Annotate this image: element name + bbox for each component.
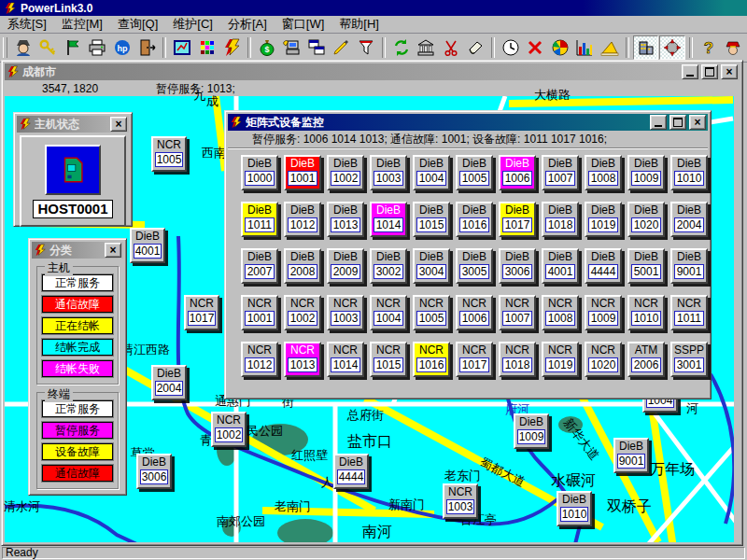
matrix-device-DieB-2004[interactable]: DieB2004 xyxy=(670,202,708,237)
host-close-button[interactable] xyxy=(110,117,127,132)
matrix-device-DieB-1011[interactable]: DieB1011 xyxy=(241,202,278,237)
map-device-DieB-3006[interactable]: DieB3006 xyxy=(136,454,172,489)
matrix-device-DieB-1015[interactable]: DieB1015 xyxy=(413,202,450,237)
menu-item-1[interactable]: 系统[S] xyxy=(0,15,54,34)
eraser-button[interactable] xyxy=(463,36,487,59)
matrix-title-bar[interactable]: 矩阵式设备监控 xyxy=(228,114,708,131)
map-monitor-button[interactable] xyxy=(170,36,194,59)
matrix-device-NCR-1002[interactable]: NCR1002 xyxy=(284,295,321,330)
map-device-DieB-2004[interactable]: DieB2004 xyxy=(151,365,187,400)
matrix-device-NCR-1019[interactable]: NCR1019 xyxy=(542,342,579,377)
marker-pen-button[interactable] xyxy=(330,36,354,59)
exit-door-button[interactable] xyxy=(135,36,160,59)
map-device-DieB-9001[interactable]: DieB9001 xyxy=(613,438,649,473)
host0001-button[interactable] xyxy=(45,145,101,195)
matrix-device-NCR-1008[interactable]: NCR1008 xyxy=(542,295,579,330)
map-device-DieB-4444[interactable]: DieB4444 xyxy=(333,454,369,489)
matrix-device-SSPP-3001[interactable]: SSPP3001 xyxy=(670,342,708,377)
matrix-device-NCR-1020[interactable]: NCR1020 xyxy=(585,342,622,377)
matrix-device-NCR-1010[interactable]: NCR1010 xyxy=(627,295,665,330)
money-bag-button[interactable]: $ xyxy=(255,36,279,59)
matrix-device-NCR-1001[interactable]: NCR1001 xyxy=(241,295,278,330)
map-device-DieB-1009[interactable]: DieB1009 xyxy=(514,413,549,449)
matrix-device-DieB-1017[interactable]: DieB1017 xyxy=(499,202,536,237)
matrix-device-DieB-1001[interactable]: DieB1001 xyxy=(284,155,321,190)
matrix-device-DieB-1019[interactable]: DieB1019 xyxy=(585,202,622,237)
delete-button[interactable] xyxy=(524,36,548,59)
menu-item-3[interactable]: 查询[Q] xyxy=(110,15,165,34)
matrix-device-DieB-1020[interactable]: DieB1020 xyxy=(627,202,665,237)
bar-chart-button[interactable] xyxy=(573,36,598,59)
matrix-device-NCR-1005[interactable]: NCR1005 xyxy=(413,295,450,330)
cascade-windows-button[interactable] xyxy=(304,36,329,59)
legend-title-bar[interactable]: 分类 xyxy=(32,242,123,259)
matrix-device-DieB-3004[interactable]: DieB3004 xyxy=(413,248,450,284)
matrix-device-DieB-4001[interactable]: DieB4001 xyxy=(542,248,579,284)
printer-button[interactable] xyxy=(86,36,110,59)
matrix-device-DieB-9001[interactable]: DieB9001 xyxy=(670,248,708,284)
matrix-device-DieB-1014[interactable]: DieB1014 xyxy=(370,202,407,237)
map-device-NCR-1017[interactable]: NCR1017 xyxy=(184,295,219,330)
lightning-button[interactable] xyxy=(219,36,244,59)
chengdu-minimize-button[interactable] xyxy=(682,64,698,79)
filter-funnel-button[interactable] xyxy=(354,36,378,59)
matrix-device-DieB-3002[interactable]: DieB3002 xyxy=(370,248,407,284)
matrix-device-DieB-1008[interactable]: DieB1008 xyxy=(585,155,622,190)
flag-button[interactable] xyxy=(61,36,85,59)
menu-item-4[interactable]: 维护[C] xyxy=(165,15,220,34)
matrix-device-DieB-3005[interactable]: DieB3005 xyxy=(456,248,493,284)
map-device-DieB-1010[interactable]: DieB1010 xyxy=(557,491,592,526)
menu-item-6[interactable]: 窗口[W] xyxy=(275,15,332,34)
matrix-device-NCR-1012[interactable]: NCR1012 xyxy=(241,342,278,377)
map-device-DieB-4001[interactable]: DieB4001 xyxy=(130,228,165,263)
matrix-device-NCR-1017[interactable]: NCR1017 xyxy=(456,342,493,377)
matrix-device-NCR-1004[interactable]: NCR1004 xyxy=(370,295,407,330)
menu-item-5[interactable]: 分析[A] xyxy=(220,15,275,34)
matrix-device-NCR-1018[interactable]: NCR1018 xyxy=(499,342,536,377)
map-device-NCR-1002[interactable]: NCR1002 xyxy=(211,412,247,447)
matrix-device-DieB-1018[interactable]: DieB1018 xyxy=(542,202,579,237)
level-tool-button[interactable] xyxy=(598,36,622,59)
alarm-button[interactable] xyxy=(721,36,745,59)
matrix-device-NCR-1015[interactable]: NCR1015 xyxy=(370,342,407,377)
matrix-device-DieB-1016[interactable]: DieB1016 xyxy=(456,202,493,237)
bank-button[interactable] xyxy=(414,36,438,59)
chengdu-title-bar[interactable]: 成都市 xyxy=(5,63,740,80)
matrix-device-DieB-1005[interactable]: DieB1005 xyxy=(456,155,493,190)
matrix-device-NCR-1007[interactable]: NCR1007 xyxy=(499,295,536,330)
matrix-device-DieB-1009[interactable]: DieB1009 xyxy=(627,155,665,190)
matrix-minimize-button[interactable] xyxy=(650,115,667,130)
matrix-device-DieB-1004[interactable]: DieB1004 xyxy=(413,155,450,190)
matrix-device-DieB-1012[interactable]: DieB1012 xyxy=(284,202,321,237)
matrix-device-ATM-2006[interactable]: ATM2006 xyxy=(627,342,665,377)
matrix-device-DieB-1007[interactable]: DieB1007 xyxy=(542,155,579,190)
refresh-button[interactable] xyxy=(389,36,414,59)
matrix-device-DieB-2009[interactable]: DieB2009 xyxy=(327,248,364,284)
matrix-device-NCR-1013[interactable]: NCR1013 xyxy=(284,342,321,377)
matrix-device-DieB-1000[interactable]: DieB1000 xyxy=(241,155,278,190)
menu-item-2[interactable]: 监控[M] xyxy=(54,15,110,34)
matrix-device-DieB-1003[interactable]: DieB1003 xyxy=(370,155,407,190)
help-button[interactable]: ? xyxy=(697,36,721,59)
building-view-button[interactable] xyxy=(633,35,659,60)
map-device-NCR-1005[interactable]: NCR1005 xyxy=(151,136,187,172)
matrix-device-DieB-2007[interactable]: DieB2007 xyxy=(241,248,278,284)
terminal-call-button[interactable] xyxy=(280,36,304,59)
chengdu-maximize-button[interactable] xyxy=(701,64,718,79)
matrix-device-DieB-1010[interactable]: DieB1010 xyxy=(670,155,708,190)
color-matrix-button[interactable] xyxy=(195,36,219,59)
matrix-device-NCR-1016[interactable]: NCR1016 xyxy=(413,342,450,377)
legend-close-button[interactable] xyxy=(105,243,121,258)
matrix-device-DieB-1013[interactable]: DieB1013 xyxy=(327,202,364,237)
matrix-device-DieB-4444[interactable]: DieB4444 xyxy=(585,248,622,284)
operator-button[interactable] xyxy=(11,36,35,59)
matrix-device-DieB-2008[interactable]: DieB2008 xyxy=(284,248,321,284)
matrix-device-NCR-1003[interactable]: NCR1003 xyxy=(327,295,364,330)
pie-chart-button[interactable] xyxy=(548,36,572,59)
scissors-button[interactable] xyxy=(439,36,463,59)
matrix-device-NCR-1009[interactable]: NCR1009 xyxy=(585,295,622,330)
chengdu-close-button[interactable] xyxy=(721,64,738,79)
matrix-device-NCR-1006[interactable]: NCR1006 xyxy=(456,295,493,330)
clock-button[interactable] xyxy=(499,36,523,59)
matrix-device-DieB-3006[interactable]: DieB3006 xyxy=(499,248,536,284)
